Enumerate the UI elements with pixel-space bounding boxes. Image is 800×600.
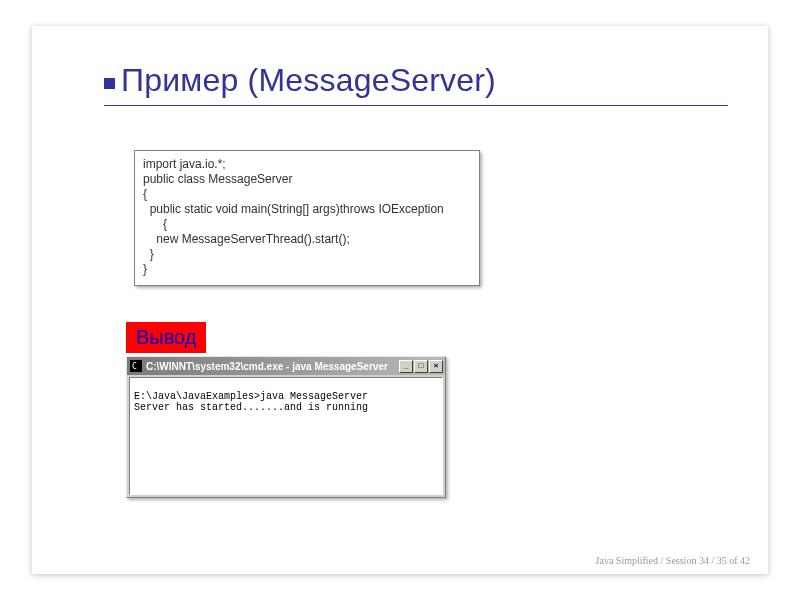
minimize-button[interactable]: _ — [399, 360, 413, 373]
output-label: Вывод — [126, 322, 206, 353]
window-controls: _ □ × — [399, 360, 443, 373]
svg-text:C: C — [132, 362, 137, 371]
console-titlebar: C C:\WINNT\system32\cmd.exe - java Messa… — [127, 357, 445, 375]
close-button[interactable]: × — [429, 360, 443, 373]
slide: Пример (MessageServer) import java.io.*;… — [32, 26, 768, 574]
maximize-button[interactable]: □ — [414, 360, 428, 373]
cmd-icon: C — [130, 360, 142, 372]
console-body: E:\Java\JavaExamples>java MessageServer … — [129, 377, 443, 495]
console-window: C C:\WINNT\system32\cmd.exe - java Messa… — [126, 356, 446, 498]
title-area: Пример (MessageServer) — [104, 62, 728, 106]
title-rule — [104, 105, 728, 106]
console-title: C:\WINNT\system32\cmd.exe - java Message… — [146, 361, 395, 372]
slide-title: Пример (MessageServer) — [121, 62, 496, 99]
code-box: import java.io.*; public class MessageSe… — [134, 150, 480, 286]
title-bullet-icon — [104, 78, 115, 89]
footer-text: Java Simplified / Session 34 / 35 of 42 — [596, 555, 750, 566]
